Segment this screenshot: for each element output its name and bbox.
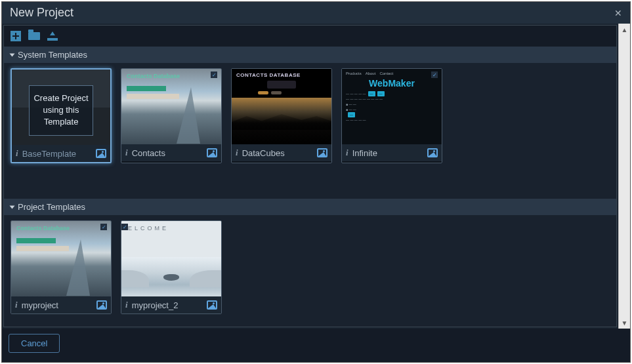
open-button[interactable] — [28, 30, 41, 43]
thumb-caption: Contacts Database — [16, 225, 70, 232]
thumb-caption: ELCOME — [128, 225, 169, 232]
dialog-buttonbar: Cancel — [2, 329, 630, 362]
card-footer: i myproject_2 — [121, 296, 221, 313]
thumb-caption: Contacts Database — [127, 73, 180, 79]
card-label: myproject — [22, 300, 107, 310]
info-icon[interactable]: i — [15, 300, 18, 310]
info-icon[interactable]: i — [346, 148, 348, 158]
dialog-body: System Templates Create Project using th… — [2, 24, 630, 329]
info-icon[interactable]: i — [125, 300, 128, 310]
image-icon[interactable] — [207, 300, 217, 310]
scroll-down-icon[interactable]: ▼ — [619, 317, 630, 329]
chevron-down-icon — [10, 205, 15, 209]
scrollbar-track[interactable] — [619, 35, 630, 317]
section-title-system: System Templates — [18, 50, 87, 60]
close-icon[interactable]: ✕ — [614, 8, 622, 18]
template-thumbnail: Contacts Database ✓ — [121, 69, 221, 144]
cancel-button[interactable]: Cancel — [9, 334, 60, 353]
section-header-system[interactable]: System Templates — [4, 47, 616, 63]
card-footer: i myproject — [11, 296, 111, 313]
chevron-down-icon — [10, 53, 15, 56]
template-card-myproject[interactable]: Contacts Database ✓ i myproject — [11, 220, 112, 314]
template-card-contacts[interactable]: Contacts Database ✓ i Contacts — [121, 68, 222, 163]
template-card-basetemplate[interactable]: Create Project using this Template i Bas… — [11, 68, 112, 163]
dialog-title: New Project — [10, 6, 74, 20]
info-icon[interactable]: i — [236, 148, 238, 158]
template-thumbnail: ✓ ELCOME — [121, 221, 221, 296]
template-card-myproject-2[interactable]: ✓ ELCOME i myproject_2 — [121, 220, 222, 314]
new-project-dialog: New Project ✕ System Templates Create Pr… — [1, 1, 631, 363]
template-thumbnail: Create Project using this Template — [12, 70, 110, 145]
card-label: BaseTemplate — [22, 149, 106, 159]
image-icon[interactable] — [96, 149, 106, 158]
check-icon: ✓ — [121, 224, 128, 230]
info-icon[interactable]: i — [16, 148, 18, 159]
card-footer: i Infinite — [342, 144, 442, 161]
toolbar — [4, 26, 616, 47]
scroll-up-icon[interactable]: ▲ — [619, 24, 630, 35]
section-title-project: Project Templates — [18, 202, 85, 212]
image-icon[interactable] — [317, 148, 327, 157]
new-button[interactable] — [9, 30, 22, 43]
template-card-infinite[interactable]: Products About Contact ✓ WebMaker — — — … — [341, 68, 442, 163]
thumb-caption: CONTACTS DATABASE — [236, 72, 301, 78]
section-header-project[interactable]: Project Templates — [4, 199, 616, 215]
image-icon[interactable] — [96, 300, 107, 310]
image-icon[interactable] — [427, 148, 438, 157]
card-label: DataCubes — [242, 148, 327, 158]
template-thumbnail: Products About Contact ✓ WebMaker — — — … — [342, 69, 442, 144]
info-icon[interactable]: i — [125, 148, 128, 158]
template-thumbnail: CONTACTS DATABASE — [232, 69, 331, 144]
vertical-scrollbar[interactable]: ▲ ▼ — [618, 24, 630, 329]
card-footer: i DataCubes — [232, 144, 331, 161]
content-scroll-area: System Templates Create Project using th… — [3, 25, 617, 327]
create-project-overlay[interactable]: Create Project using this Template — [29, 85, 93, 136]
check-icon: ✓ — [211, 71, 217, 78]
card-label: myproject_2 — [132, 300, 217, 310]
folder-icon — [28, 32, 40, 40]
check-icon: ✓ — [431, 71, 438, 78]
image-icon[interactable] — [207, 148, 217, 157]
system-templates-grid: Create Project using this Template i Bas… — [4, 63, 616, 199]
card-label: Contacts — [132, 148, 217, 158]
card-label: Infinite — [352, 148, 438, 158]
project-templates-grid: Contacts Database ✓ i myproject ✓ ELCOME — [4, 215, 616, 327]
template-card-datacubes[interactable]: CONTACTS DATABASE i DataCubes — [231, 68, 332, 163]
thumb-logo: WebMaker — [346, 78, 438, 89]
template-thumbnail: Contacts Database ✓ — [11, 221, 111, 296]
dialog-titlebar: New Project ✕ — [2, 2, 630, 24]
card-footer: i Contacts — [121, 144, 221, 161]
check-icon: ✓ — [100, 224, 107, 230]
plus-icon — [11, 31, 21, 41]
upload-button[interactable] — [46, 30, 59, 43]
upload-icon — [47, 31, 58, 41]
card-footer: i BaseTemplate — [12, 145, 110, 162]
